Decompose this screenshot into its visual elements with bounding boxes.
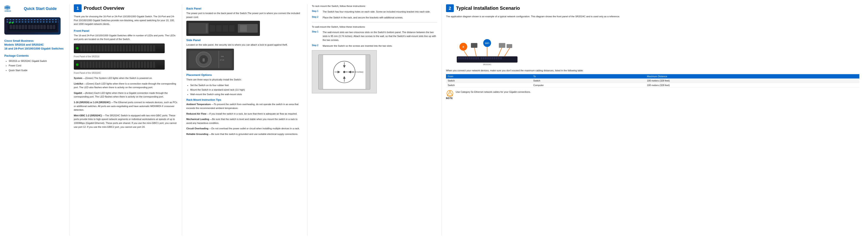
left-sidebar: CISCO Quick Start Guide xyxy=(4,4,69,236)
col-distance: Maximum Distance xyxy=(645,74,859,78)
placement-option-0: Set the Switch on its four rubber feet xyxy=(190,83,303,88)
svg-rect-42 xyxy=(216,25,222,32)
rack-image: 95 mm (3.74 inches) xyxy=(312,50,377,93)
svg-rect-22 xyxy=(12,25,15,29)
gigabit-def: Gigabit —(Amber) Each LED lights when th… xyxy=(74,91,178,99)
svg-rect-1 xyxy=(4,7,5,8)
svg-line-88 xyxy=(474,47,476,57)
section1-header: 1 Product Overview xyxy=(74,4,178,12)
note-box: ! Note Use Category 5e Ethernet network … xyxy=(446,90,859,99)
package-item-0: SR2016 or SR2024C Gigabit Switch xyxy=(9,59,65,63)
svg-rect-4 xyxy=(6,6,7,8)
sr2024c-led xyxy=(76,63,79,66)
quick-start-title: Quick Start Guide xyxy=(24,6,57,11)
sr2016-led xyxy=(76,47,79,49)
sr2024c-caption: Front Panel of the SR2024C xyxy=(74,72,178,74)
back-panel-svg: CE FCC xyxy=(188,22,257,35)
svg-text:FCC: FCC xyxy=(252,30,255,32)
rack-step1-text: The Switch has four mounting holes on ea… xyxy=(323,10,430,14)
row0-from: Switch xyxy=(446,78,531,83)
warning-triangle-svg: ! xyxy=(447,91,453,96)
svg-rect-25 xyxy=(22,25,24,29)
tip-airflow: Reduced Air Flow —If you install the swi… xyxy=(186,112,303,116)
package-item-2: Quick Start Guide xyxy=(9,68,65,73)
back-side-placement-column: Back Panel The power port is located on … xyxy=(182,4,307,236)
table-row: Switch Switch 100 meters (328 feet) xyxy=(446,78,859,83)
section4-number: 2 xyxy=(446,4,454,12)
system-desc: —(Green) The System LED lights when the … xyxy=(83,77,152,79)
section-divider xyxy=(312,22,437,23)
tip-mechanical-label: Mechanical Loading xyxy=(186,118,209,121)
package-item-1: Power Cord xyxy=(9,64,65,68)
back-panel-heading: Back Panel xyxy=(186,7,303,10)
linkact-desc: —(Green) Each LED lights when there is a… xyxy=(74,82,176,89)
rack-step1: Step 1 The Switch has four mounting hole… xyxy=(312,10,437,14)
side-panel-heading: Side Panel xyxy=(186,38,303,42)
distance-table: From To Maximum Distance Switch Switch 1… xyxy=(446,74,859,88)
svg-point-60 xyxy=(343,71,345,73)
svg-rect-29 xyxy=(34,25,37,29)
svg-rect-43 xyxy=(223,25,228,32)
package-list: SR2016 or SR2024C Gigabit Switch Power C… xyxy=(4,59,65,73)
tip-airflow-label: Reduced Air Flow xyxy=(186,112,207,115)
svg-rect-9 xyxy=(8,6,9,6)
svg-rect-71 xyxy=(467,57,468,59)
svg-rect-57 xyxy=(318,55,323,89)
svg-rect-2 xyxy=(4,8,5,9)
svg-rect-8 xyxy=(7,9,8,10)
wall-step1: Step 1 The wall-mount slots are two cris… xyxy=(312,31,437,42)
svg-rect-51 xyxy=(203,58,205,62)
svg-rect-33 xyxy=(47,25,49,29)
network-diagram: R WiFi SR2024C xyxy=(446,22,859,66)
side-panel-text: Located on the side panel, the security … xyxy=(186,43,303,47)
sr2016-image xyxy=(74,43,165,53)
cisco-logo-area: CISCO Quick Start Guide xyxy=(4,4,65,13)
tip-grounding-text: —Be sure that the switch is grounded and… xyxy=(209,133,298,135)
svg-rect-12 xyxy=(9,6,10,7)
rack-tips-heading: Rack Mount Instruction Tips xyxy=(186,98,303,101)
svg-rect-67 xyxy=(458,57,460,59)
table-header: From To Maximum Distance xyxy=(446,74,859,78)
svg-rect-77 xyxy=(480,57,483,59)
note-text: Use Category 5e Ethernet network cables … xyxy=(456,90,531,94)
svg-rect-41 xyxy=(210,25,215,32)
svg-text:SR2024C: SR2024C xyxy=(483,63,492,65)
wall-step1-text: The wall-mount slots are two crisscross … xyxy=(323,31,437,42)
section1-title: Product Overview xyxy=(84,5,124,11)
row0-to: Switch xyxy=(531,78,645,83)
front-panel-text: The 16-and 24-Port 10/100/1000 Gigabit S… xyxy=(74,34,178,41)
row1-from: Switch xyxy=(446,83,531,88)
svg-point-19 xyxy=(12,22,13,24)
back-panel-image: CE FCC xyxy=(186,21,260,36)
section4-title: Typical Installation Scenario xyxy=(456,5,520,11)
svg-rect-26 xyxy=(25,25,27,29)
linkact-label: Link/Act xyxy=(74,82,83,85)
svg-text:R: R xyxy=(462,46,464,48)
tip-circuit: Circuit Overloading —Do not overload the… xyxy=(186,127,303,131)
table-header-row: From To Maximum Distance xyxy=(446,74,859,78)
minigbic-label: Mini-GBIC 1-2 (SR2024C) xyxy=(74,114,102,117)
note-icon-container: ! Note xyxy=(446,90,454,99)
svg-rect-10 xyxy=(8,6,9,8)
minigbic-def: Mini-GBIC 1-2 (SR2024C) —The SR2024C Swi… xyxy=(74,114,178,129)
svg-text:WiFi: WiFi xyxy=(485,42,489,44)
svg-rect-6 xyxy=(7,5,8,6)
svg-rect-70 xyxy=(464,57,466,59)
tip-circuit-text: —Do not overload the power outlet or cir… xyxy=(209,127,300,130)
svg-rect-11 xyxy=(8,9,9,9)
svg-text:CISCO: CISCO xyxy=(4,10,11,12)
system-label: System xyxy=(74,77,82,79)
wall-mount-intro: To wall-mount the Switch, follow these i… xyxy=(312,25,437,29)
svg-rect-98 xyxy=(506,44,512,48)
wall-step2-text: Maneuver the Switch so the screws are in… xyxy=(323,44,392,48)
svg-rect-84 xyxy=(496,57,497,59)
svg-rect-23 xyxy=(16,25,18,29)
svg-line-90 xyxy=(498,47,502,57)
tip-mechanical: Mechanical Loading —Be sure that the swi… xyxy=(186,117,303,125)
svg-point-18 xyxy=(9,22,10,24)
svg-rect-69 xyxy=(462,57,464,59)
system-def: System —(Green) The System LED lights wh… xyxy=(74,76,178,80)
package-heading: Package Contents xyxy=(4,54,65,57)
col-to: To xyxy=(531,74,645,78)
svg-rect-75 xyxy=(475,57,477,59)
